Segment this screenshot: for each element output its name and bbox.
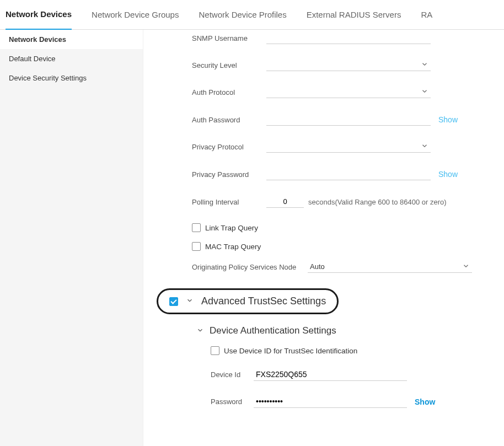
tab-external-radius-servers[interactable]: External RADIUS Servers: [307, 0, 401, 29]
auth-password-label: Auth Password: [192, 116, 266, 124]
sidebar-item-default-device[interactable]: Default Device: [0, 49, 143, 68]
chevron-down-icon[interactable]: [196, 326, 204, 336]
chevron-down-icon: [462, 262, 470, 271]
chevron-down-icon: [421, 88, 428, 97]
privacy-protocol-select[interactable]: [266, 141, 431, 153]
originating-node-label: Originating Policy Services Node: [192, 263, 308, 271]
chevron-down-icon[interactable]: [186, 297, 194, 306]
trustsec-password-label: Password: [211, 397, 254, 406]
sidebar-item-network-devices[interactable]: Network Devices: [0, 30, 143, 49]
tab-network-device-profiles[interactable]: Network Device Profiles: [199, 0, 286, 29]
link-trap-label: Link Trap Query: [205, 224, 258, 232]
tab-ra[interactable]: RA: [421, 0, 432, 29]
link-trap-checkbox[interactable]: [192, 223, 201, 232]
tab-network-device-groups[interactable]: Network Device Groups: [92, 0, 179, 29]
tab-network-devices[interactable]: Network Devices: [6, 0, 72, 30]
privacy-password-show-link[interactable]: Show: [438, 170, 458, 179]
device-id-input[interactable]: [254, 368, 407, 381]
chevron-down-icon: [421, 61, 428, 70]
privacy-protocol-label: Privacy Protocol: [192, 143, 266, 151]
privacy-password-input[interactable]: [266, 168, 431, 180]
trustsec-section-title[interactable]: Advanced TrustSec Settings: [201, 295, 326, 307]
security-level-label: Security Level: [192, 61, 266, 69]
main-content: SNMP Username Security Level Auth Protoc…: [143, 30, 504, 446]
mac-trap-label: MAC Trap Query: [205, 243, 261, 251]
mac-trap-checkbox[interactable]: [192, 242, 201, 251]
auth-password-show-link[interactable]: Show: [438, 115, 458, 124]
auth-password-input[interactable]: [266, 114, 431, 126]
polling-interval-input[interactable]: [266, 196, 304, 208]
snmp-username-input[interactable]: [266, 32, 431, 44]
trustsec-enable-checkbox[interactable]: [169, 297, 178, 306]
sidebar-item-device-security-settings[interactable]: Device Security Settings: [0, 68, 143, 88]
originating-node-select[interactable]: Auto: [308, 261, 472, 273]
auth-protocol-select[interactable]: [266, 87, 431, 98]
top-tabs: Network Devices Network Device Groups Ne…: [0, 0, 504, 30]
device-auth-subsection-title[interactable]: Device Authentication Settings: [210, 325, 336, 336]
device-id-label: Device Id: [211, 370, 254, 379]
auth-protocol-label: Auth Protocol: [192, 88, 266, 96]
trustsec-password-show-link[interactable]: Show: [415, 397, 435, 406]
trustsec-password-input[interactable]: [254, 395, 407, 408]
privacy-password-label: Privacy Password: [192, 170, 266, 179]
chevron-down-icon: [421, 142, 428, 152]
use-device-id-label: Use Device ID for TrustSec Identificatio…: [224, 347, 357, 355]
trustsec-section-highlight: Advanced TrustSec Settings: [157, 288, 339, 314]
security-level-select[interactable]: [266, 60, 431, 71]
use-device-id-checkbox[interactable]: [211, 346, 219, 355]
snmp-username-label: SNMP Username: [192, 34, 266, 42]
polling-interval-hint: seconds(Valid Range 600 to 86400 or zero…: [308, 198, 447, 206]
polling-interval-label: Polling Interval: [192, 198, 266, 206]
sidebar: Network Devices Default Device Device Se…: [0, 30, 143, 446]
